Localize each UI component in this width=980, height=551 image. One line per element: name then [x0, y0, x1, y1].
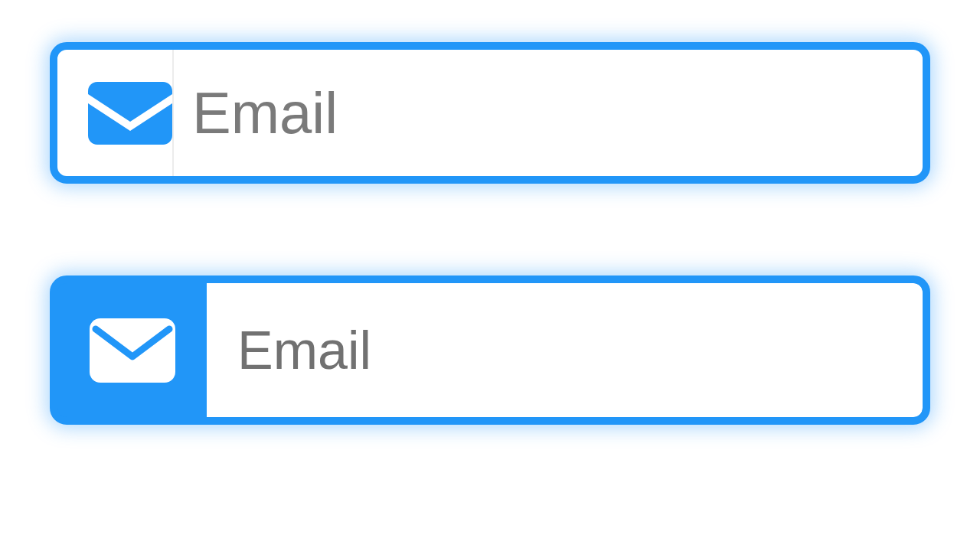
envelope-icon — [88, 82, 172, 145]
envelope-icon — [57, 283, 207, 417]
email-input-b[interactable] — [207, 283, 923, 417]
email-field-outline[interactable] — [50, 42, 930, 184]
svg-rect-0 — [90, 318, 175, 383]
email-input-a[interactable] — [172, 50, 920, 176]
email-field-addon[interactable] — [50, 276, 930, 425]
